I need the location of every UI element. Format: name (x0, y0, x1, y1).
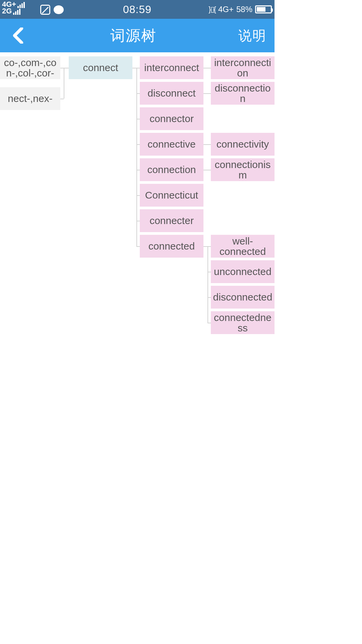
status-network-left: 4G+ 2G (2, 1, 25, 15)
etymology-tree[interactable]: co-,com-,con-,col-,cor-nect-,nex-connect… (0, 52, 275, 488)
tree-root-stem[interactable]: nect-,nex- (0, 87, 60, 110)
tree-connector (203, 170, 207, 170)
help-button[interactable]: 说明 (238, 26, 266, 45)
tree-connector (207, 170, 211, 170)
tree-node[interactable]: connectionism (211, 158, 275, 181)
tree-node[interactable]: connective (140, 133, 203, 156)
tree-connector (207, 246, 208, 323)
tree-node[interactable]: connection (140, 158, 203, 181)
signal-bars-icon (13, 8, 20, 15)
battery-icon (255, 5, 272, 13)
app-header: 词源树 说明 (0, 19, 275, 52)
tree-node[interactable]: connector (140, 107, 203, 130)
tree-node[interactable]: Connecticut (140, 184, 203, 207)
dnd-icon (40, 5, 50, 15)
tree-node[interactable]: disconnect (140, 82, 203, 105)
tree-node[interactable]: connectivity (211, 133, 275, 156)
tree-connector (60, 99, 64, 99)
tree-connector (207, 93, 211, 94)
tree-connector (60, 68, 64, 68)
vibrate-icon: }▯{ (208, 5, 216, 14)
tree-node[interactable]: interconnect (140, 56, 203, 79)
tree-node[interactable]: well-connected (211, 235, 275, 258)
tree-connector (64, 68, 64, 99)
tree-connector (64, 68, 67, 68)
network-right-label: 4G+ (218, 5, 234, 14)
back-button[interactable] (8, 25, 28, 46)
tree-connector (132, 68, 136, 68)
tree-connector (203, 144, 207, 145)
tree-node[interactable]: unconnected (211, 260, 275, 283)
status-time: 08:59 (123, 3, 152, 16)
battery-pct: 58% (236, 5, 252, 14)
tree-connector (207, 144, 211, 145)
tree-root-prefix[interactable]: co-,com-,con-,col-,cor- (0, 56, 60, 79)
tree-main-word[interactable]: connect (69, 56, 132, 79)
tree-node[interactable]: connected (140, 235, 203, 258)
chat-icon (54, 5, 64, 14)
network-2-label: 2G (2, 7, 12, 15)
page-title: 词源树 (110, 26, 157, 46)
tree-connector (136, 246, 140, 247)
tree-node[interactable]: connectedness (211, 311, 275, 334)
tree-connector (203, 68, 207, 68)
tree-connector (207, 323, 211, 323)
signal-bars-icon (17, 1, 25, 8)
chevron-left-icon (12, 28, 24, 44)
status-bar: 4G+ 2G 08:59 }▯{ 4G+ 58% (0, 0, 275, 19)
tree-node[interactable]: disconnected (211, 286, 275, 309)
tree-node[interactable]: disconnection (211, 82, 275, 105)
tree-connector (203, 246, 207, 247)
tree-connector (136, 68, 137, 246)
tree-connector (207, 68, 211, 68)
tree-node[interactable]: connecter (140, 209, 203, 232)
tree-connector (203, 93, 207, 94)
tree-node[interactable]: interconnection (211, 56, 275, 79)
